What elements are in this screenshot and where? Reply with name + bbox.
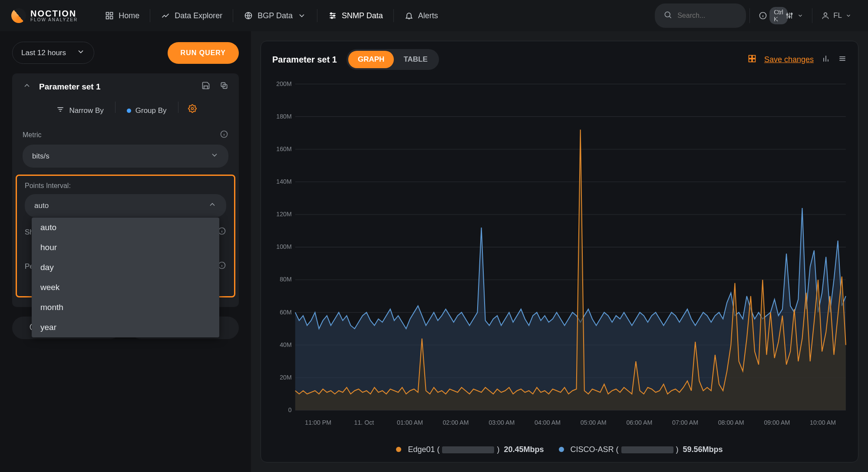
settings-sliders-button[interactable] [780,8,809,23]
nav-data-explorer-label: Data Explorer [175,11,222,20]
bar-chart-icon[interactable] [822,54,830,65]
svg-text:04:00 AM: 04:00 AM [535,419,561,426]
legend-series-a[interactable]: Edge01 () 20.45Mbps [396,445,544,454]
nav-data-explorer[interactable]: Data Explorer [151,7,232,24]
save-icon[interactable] [200,79,212,94]
chart-svg: 020M40M60M80M100M120M140M160M180M200M11:… [269,79,850,433]
chart-area: 020M40M60M80M100M120M140M160M180M200M11:… [261,78,858,441]
group-by-tab[interactable]: Group By [121,102,173,119]
graph-tab[interactable]: GRAPH [348,51,394,68]
svg-text:10:00 AM: 10:00 AM [810,419,836,426]
run-query-button[interactable]: RUN QUERY [168,42,239,64]
legend-dot-icon [559,447,564,452]
query-sidebar: Last 12 hours RUN QUERY Parameter set 1 [0,31,251,472]
chart-card: Parameter set 1 GRAPH TABLE Save changes [261,41,858,462]
redacted-mask [442,446,494,453]
legend-series-b[interactable]: CISCO-ASR () 59.56Mbps [559,445,723,454]
global-search[interactable]: Ctrl K [655,3,746,28]
svg-text:180M: 180M [276,113,291,120]
svg-text:100M: 100M [276,243,291,250]
svg-text:08:00 AM: 08:00 AM [718,419,744,426]
narrow-by-label: Narrow By [69,106,103,115]
brand-name: NOCTION [30,9,78,18]
svg-text:40M: 40M [280,341,292,348]
svg-point-8 [330,13,332,14]
parameter-set-panel: Parameter set 1 Narrow By [12,73,239,307]
logo-mark-icon [11,8,26,23]
svg-text:11. Oct: 11. Oct [354,419,374,426]
points-interval-select[interactable]: auto [25,194,226,217]
svg-text:02:00 AM: 02:00 AM [443,419,469,426]
svg-text:01:00 AM: 01:00 AM [397,419,423,426]
points-interval-option[interactable]: week [32,277,219,297]
search-icon [663,10,672,21]
svg-text:160M: 160M [276,145,291,152]
main-content: Parameter set 1 GRAPH TABLE Save changes [251,31,868,472]
svg-rect-46 [749,59,752,62]
time-range-label: Last 12 hours [21,49,66,57]
svg-rect-47 [752,59,756,62]
svg-text:03:00 AM: 03:00 AM [488,419,515,426]
narrow-by-tab[interactable]: Narrow By [50,102,109,119]
top-navbar: NOCTION FLOW ANALYZER Home Data Explorer… [0,0,868,31]
time-range-select[interactable]: Last 12 hours [12,42,94,64]
points-interval-option[interactable]: year [32,317,219,337]
svg-text:80M: 80M [280,276,292,283]
view-toggle: GRAPH TABLE [347,49,439,70]
nav-alerts[interactable]: Alerts [395,7,448,24]
settings-gear-icon[interactable] [184,102,201,119]
save-changes-link[interactable]: Save changes [764,55,814,64]
points-interval-option[interactable]: hour [32,238,219,257]
svg-point-22 [824,13,827,16]
points-interval-option[interactable]: day [32,257,219,277]
user-initials: FL [833,11,842,20]
nav-bgp-data[interactable]: BGP Data [234,7,316,24]
chevron-down-icon [297,11,307,20]
filter-icon [56,105,65,116]
svg-point-9 [333,15,335,16]
nav-snmp-data-label: SNMP Data [342,11,383,20]
collapse-chevron-icon[interactable] [21,79,33,94]
nav-alerts-label: Alerts [418,11,438,20]
points-interval-option[interactable]: auto [32,218,219,238]
bell-icon [404,11,414,20]
points-interval-value: auto [34,201,49,210]
help-button[interactable] [753,8,772,23]
table-tab[interactable]: TABLE [394,51,437,68]
points-interval-menu: auto hour day week month year [32,218,219,337]
svg-rect-1 [110,13,113,15]
svg-text:200M: 200M [276,80,291,87]
svg-text:20M: 20M [280,374,292,381]
menu-icon[interactable] [838,54,847,65]
chevron-down-icon [210,151,219,162]
metric-select[interactable]: bits/s [23,145,228,168]
svg-point-10 [331,17,333,18]
metric-label: Metric [23,131,42,139]
nav-home[interactable]: Home [95,7,149,24]
card-title: Parameter set 1 [272,55,337,65]
svg-text:09:00 AM: 09:00 AM [764,419,790,426]
nav-bgp-data-label: BGP Data [257,11,293,20]
nav-home-label: Home [119,11,139,20]
info-icon[interactable] [220,130,228,140]
line-chart-icon [161,11,170,20]
nav-snmp-data[interactable]: SNMP Data [318,7,393,24]
widget-grid-icon[interactable] [748,54,756,65]
points-interval-label: Points Interval: [25,182,71,190]
svg-line-12 [670,16,671,18]
primary-nav: Home Data Explorer BGP Data SNMP Data [95,7,448,24]
copy-icon[interactable] [218,79,230,94]
svg-point-11 [665,12,670,17]
chevron-up-icon [208,200,217,211]
svg-text:06:00 AM: 06:00 AM [626,419,652,426]
search-input[interactable] [677,12,764,20]
svg-point-28 [191,108,193,110]
metric-value: bits/s [32,152,50,161]
chart-legend: Edge01 () 20.45Mbps CISCO-ASR () 59.56Mb… [261,441,858,462]
svg-text:120M: 120M [276,211,291,218]
brand-subtitle: FLOW ANALYZER [30,18,78,22]
user-menu[interactable]: FL [816,8,857,23]
svg-rect-45 [752,55,756,58]
svg-rect-0 [106,13,109,15]
points-interval-option[interactable]: month [32,297,219,317]
